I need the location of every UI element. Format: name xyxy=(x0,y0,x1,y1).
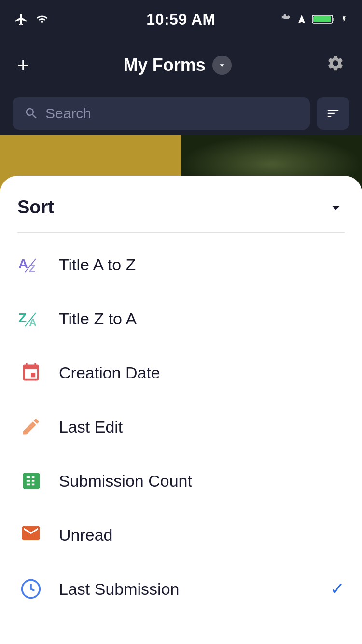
settings-button[interactable] xyxy=(326,54,345,76)
sort-label-last-edit: Last Edit xyxy=(59,418,123,436)
header: + My Forms xyxy=(0,39,362,92)
search-row: Search xyxy=(0,92,362,135)
selected-checkmark: ✓ xyxy=(330,579,345,599)
lock-rotation-icon xyxy=(281,14,292,25)
wifi-icon xyxy=(35,14,49,25)
svg-text:A: A xyxy=(18,256,28,271)
sort-lines-icon xyxy=(325,106,341,121)
airplane-icon xyxy=(14,13,28,26)
status-bar: 10:59 AM xyxy=(0,0,362,39)
svg-text:Z: Z xyxy=(29,263,35,274)
sort-collapse-icon[interactable] xyxy=(327,199,345,216)
clock-icon xyxy=(17,575,44,602)
sort-option-creation-date[interactable]: Creation Date xyxy=(17,346,345,400)
navigation-icon xyxy=(296,14,307,25)
sort-divider xyxy=(17,232,345,233)
page-title: My Forms xyxy=(124,55,206,75)
mail-icon xyxy=(17,521,44,548)
submission-count-icon xyxy=(17,467,44,494)
edit-icon xyxy=(17,413,44,440)
status-time: 10:59 AM xyxy=(146,11,215,28)
sort-option-submission-count[interactable]: Submission Count xyxy=(17,454,345,508)
status-left-icons xyxy=(14,13,49,26)
battery-icon xyxy=(312,14,336,25)
sort-bottom-sheet: Sort A Z Title A to Z Z A Title Z to A xyxy=(0,176,362,644)
sort-label-unread: Unread xyxy=(59,526,113,545)
sort-label-title-az: Title A to Z xyxy=(59,255,136,274)
sort-option-title-za[interactable]: Z A Title Z to A xyxy=(17,292,345,346)
sort-title: Sort xyxy=(17,197,54,218)
search-placeholder: Search xyxy=(45,105,91,122)
sort-label-creation-date: Creation Date xyxy=(59,364,160,382)
za-icon: Z A xyxy=(17,305,44,332)
svg-rect-1 xyxy=(333,18,334,21)
search-bar[interactable]: Search xyxy=(13,97,310,130)
sort-option-last-submission[interactable]: Last Submission ✓ xyxy=(17,562,345,616)
title-dropdown-button[interactable] xyxy=(212,56,232,75)
sort-label-last-submission: Last Submission xyxy=(59,580,179,599)
sort-option-unread[interactable]: Unread xyxy=(17,508,345,562)
az-icon: A Z xyxy=(17,251,44,278)
svg-text:Z: Z xyxy=(18,310,27,325)
sort-option-last-edit[interactable]: Last Edit xyxy=(17,400,345,454)
add-button[interactable]: + xyxy=(17,56,28,75)
status-right-icons xyxy=(281,14,348,25)
search-icon xyxy=(24,106,39,121)
bolt-icon xyxy=(341,14,348,25)
svg-text:A: A xyxy=(29,317,37,328)
sort-option-title-az[interactable]: A Z Title A to Z xyxy=(17,238,345,292)
calendar-icon xyxy=(17,359,44,386)
sort-button[interactable] xyxy=(317,97,349,130)
sort-header: Sort xyxy=(17,176,345,232)
svg-rect-2 xyxy=(313,16,331,22)
sort-label-title-za: Title Z to A xyxy=(59,309,137,328)
sort-label-submission-count: Submission Count xyxy=(59,472,192,490)
header-title-group[interactable]: My Forms xyxy=(124,55,232,75)
